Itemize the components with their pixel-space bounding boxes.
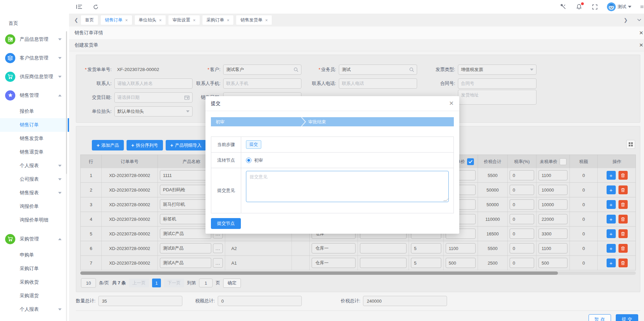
product-name-input[interactable]: 测试B产品: [160, 243, 211, 253]
tab-3[interactable]: 审批设置×: [168, 15, 200, 25]
sidebar-item-3-5[interactable]: 公司报表: [0, 173, 69, 186]
sidebar-item-3-4[interactable]: 个人报表: [0, 159, 69, 173]
tab-1[interactable]: 销售订单×: [100, 15, 132, 25]
sidebar-item-3-7[interactable]: 询报价单: [0, 200, 69, 213]
tab-0[interactable]: 首页: [81, 15, 98, 25]
sidebar-group-0[interactable]: 产品信息管理: [0, 30, 69, 49]
tab-close-icon[interactable]: ×: [227, 18, 230, 23]
horizontal-scrollbar-thumb[interactable]: [80, 271, 558, 275]
sidebar-item-4-1[interactable]: 采购订单: [0, 262, 69, 275]
price-with-tax-input[interactable]: 1100: [446, 243, 476, 253]
clipped-menu-icon[interactable]: [640, 3, 644, 10]
contract-input[interactable]: 合同号: [458, 78, 536, 89]
page-size-input[interactable]: 10: [81, 278, 96, 288]
sidebar-group-2[interactable]: 供应商信息管理: [0, 67, 69, 86]
modal-close-icon[interactable]: ✕: [449, 100, 454, 107]
net-price-input[interactable]: 1100: [539, 243, 567, 253]
row-delete-button[interactable]: [618, 185, 628, 194]
address-textarea[interactable]: 发货地址: [458, 90, 536, 105]
detail-close-icon[interactable]: ✕: [639, 30, 643, 36]
add-product-button[interactable]: +添加产品: [92, 140, 124, 150]
fullscreen-icon[interactable]: [591, 3, 598, 10]
sidebar-item-3-6[interactable]: 销售报表: [0, 186, 69, 200]
checkbox-unchecked-icon[interactable]: [560, 158, 566, 165]
row-delete-button[interactable]: [618, 258, 628, 267]
warehouse-select[interactable]: 仓库一: [312, 258, 356, 268]
tax-rate-input[interactable]: 0: [510, 243, 534, 253]
user-menu[interactable]: 测试: [607, 2, 631, 11]
calendar-icon[interactable]: [184, 95, 189, 100]
tab-close-icon[interactable]: ×: [265, 18, 268, 23]
sidebar-item-4-3[interactable]: 采购退货: [0, 289, 69, 303]
collapse-menu-icon[interactable]: [76, 3, 83, 10]
tab-close-icon[interactable]: ×: [193, 18, 196, 23]
import-detail-button[interactable]: +产品明细导入: [166, 140, 207, 150]
tab-4[interactable]: 采购订单×: [202, 15, 234, 25]
sidebar-scrollbar-thumb[interactable]: [66, 31, 67, 174]
price-with-tax-input[interactable]: 500: [446, 258, 476, 268]
company-title-select[interactable]: 默认单位抬头: [114, 106, 193, 117]
net-price-input[interactable]: 10000: [539, 185, 567, 195]
tax-rate-input[interactable]: 0: [510, 170, 534, 180]
net-price-input[interactable]: 3300: [539, 229, 567, 239]
notification-bell-icon[interactable]: [576, 3, 582, 10]
row-delete-button[interactable]: [618, 200, 628, 209]
product-more-button[interactable]: ...: [213, 244, 223, 253]
product-name-input[interactable]: PDA扫码枪: [160, 185, 211, 195]
tab-5[interactable]: 销售发货单×: [236, 15, 272, 25]
comment-textarea[interactable]: 提交意见: [246, 171, 449, 202]
mobile-input[interactable]: 联系人手机: [223, 78, 301, 89]
row-delete-button[interactable]: [618, 229, 628, 238]
prev-page-button[interactable]: 上一页: [129, 279, 149, 287]
row-add-button[interactable]: +: [607, 244, 616, 253]
row-add-button[interactable]: +: [607, 229, 616, 238]
tabs-menu-icon[interactable]: [635, 16, 644, 24]
tab-2[interactable]: 单位抬头×: [134, 15, 166, 25]
phone-input[interactable]: 联系人电话: [339, 78, 417, 89]
sidebar-item-3-8[interactable]: 询报价单明细: [0, 213, 69, 227]
flow-node-radio[interactable]: [246, 158, 251, 163]
sidebar-group-4[interactable]: 采购管理: [0, 230, 69, 248]
split-serial-button[interactable]: +拆分序列号: [127, 140, 163, 150]
tab-close-icon[interactable]: ×: [125, 18, 128, 23]
tax-rate-input[interactable]: 0: [510, 199, 534, 210]
product-name-input[interactable]: 1111: [160, 170, 211, 180]
goto-page-input[interactable]: 1: [199, 279, 213, 287]
row-delete-button[interactable]: [618, 171, 628, 180]
row-add-button[interactable]: +: [607, 258, 616, 267]
tax-rate-input[interactable]: 0: [510, 185, 534, 195]
tax-rate-input[interactable]: 0: [510, 229, 534, 239]
sidebar-item-3-2[interactable]: 销售发货单: [0, 132, 69, 145]
delivery-date-input[interactable]: 请选择日期: [114, 92, 193, 103]
sidebar-item-4-0[interactable]: 申购单: [0, 248, 69, 262]
row-add-button[interactable]: +: [607, 171, 616, 180]
tab-close-icon[interactable]: ×: [159, 18, 162, 23]
sidebar-item-4-4[interactable]: 个人报表: [0, 303, 69, 316]
save-draft-button[interactable]: 暂 存: [589, 314, 611, 321]
warehouse-select[interactable]: 仓库一: [312, 243, 356, 253]
row-add-button[interactable]: +: [607, 185, 616, 194]
tabs-scroll-right-icon[interactable]: ❯: [621, 16, 630, 24]
sidebar-item-3-1[interactable]: 销售订单: [0, 118, 69, 132]
panel-close-icon[interactable]: ✕: [639, 42, 643, 48]
product-name-input[interactable]: 测试A产品: [160, 258, 211, 268]
customer-input[interactable]: 测试客户: [223, 65, 301, 75]
row-add-button[interactable]: +: [607, 200, 616, 209]
sidebar-item-3-3[interactable]: 销售退货单: [0, 145, 69, 159]
tools-icon[interactable]: [560, 3, 567, 10]
salesman-input[interactable]: 测试: [339, 65, 417, 75]
net-price-input[interactable]: 10000: [539, 199, 567, 210]
current-page-button[interactable]: 1: [152, 279, 161, 287]
spare-input[interactable]: [360, 258, 407, 268]
tabs-scroll-left-icon[interactable]: ❮: [72, 16, 81, 24]
net-price-input[interactable]: 500: [539, 258, 567, 268]
sidebar-item-4-2[interactable]: 采购收货: [0, 275, 69, 289]
sidebar-group-3[interactable]: 销售管理: [0, 86, 69, 105]
tax-total-input[interactable]: 0: [218, 296, 302, 306]
search-icon[interactable]: [409, 67, 414, 72]
amount-total-input[interactable]: 240000: [363, 296, 447, 306]
search-icon[interactable]: [294, 67, 298, 72]
submit-button[interactable]: 提 交: [616, 314, 638, 321]
quantity-input[interactable]: 5: [411, 258, 441, 268]
column-settings-icon[interactable]: [626, 140, 635, 149]
